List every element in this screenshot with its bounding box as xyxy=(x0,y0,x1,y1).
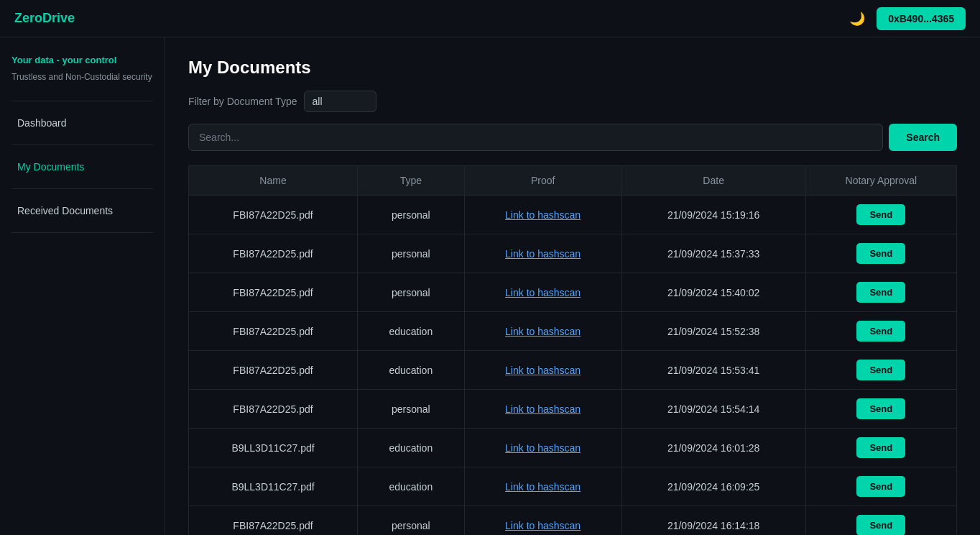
cell-name: FBI87A22D25.pdf xyxy=(189,390,358,429)
send-button[interactable]: Send xyxy=(856,515,905,535)
search-input[interactable] xyxy=(188,124,883,151)
cell-date: 21/09/2024 16:09:25 xyxy=(621,467,805,506)
hashscan-link[interactable]: Link to hashscan xyxy=(505,442,581,454)
document-type-filter[interactable]: all personal education xyxy=(304,91,376,112)
cell-date: 21/09/2024 15:40:02 xyxy=(621,273,805,312)
layout: Your data - your control Trustless and N… xyxy=(0,37,980,535)
table-header-row: Name Type Proof Date Notary Approval xyxy=(189,166,957,196)
table-row: FBI87A22D25.pdf education Link to hashsc… xyxy=(189,351,957,390)
cell-type: education xyxy=(358,312,465,351)
hashscan-link[interactable]: Link to hashscan xyxy=(505,209,581,221)
cell-type: personal xyxy=(358,506,465,536)
hashscan-link[interactable]: Link to hashscan xyxy=(505,287,581,298)
cell-date: 21/09/2024 16:14:18 xyxy=(621,506,805,536)
send-button[interactable]: Send xyxy=(856,398,905,419)
send-button[interactable]: Send xyxy=(856,476,905,497)
cell-type: personal xyxy=(358,273,465,312)
send-button[interactable]: Send xyxy=(856,282,905,303)
logo-zero: Zero xyxy=(14,11,42,25)
table-row: FBI87A22D25.pdf personal Link to hashsca… xyxy=(189,234,957,273)
table-row: B9LL3D11C27.pdf education Link to hashsc… xyxy=(189,429,957,467)
cell-type: education xyxy=(358,351,465,390)
cell-name: B9LL3D11C27.pdf xyxy=(189,467,358,506)
hashscan-link[interactable]: Link to hashscan xyxy=(505,326,581,337)
topnav: ZeroDrive 🌙 0xB490...4365 xyxy=(0,0,980,37)
cell-date: 21/09/2024 15:19:16 xyxy=(621,196,805,234)
sidebar-sub: Trustless and Non-Custodial security xyxy=(11,71,153,83)
hashscan-link[interactable]: Link to hashscan xyxy=(505,481,581,493)
cell-action[interactable]: Send xyxy=(805,467,956,506)
cell-name: FBI87A22D25.pdf xyxy=(189,351,358,390)
cell-date: 21/09/2024 16:01:28 xyxy=(621,429,805,467)
cell-name: B9LL3D11C27.pdf xyxy=(189,429,358,467)
cell-name: FBI87A22D25.pdf xyxy=(189,506,358,536)
cell-proof[interactable]: Link to hashscan xyxy=(464,467,621,506)
table-row: FBI87A22D25.pdf personal Link to hashsca… xyxy=(189,196,957,234)
logo-drive: Drive xyxy=(42,11,75,25)
logo: ZeroDrive xyxy=(14,11,75,26)
cell-proof[interactable]: Link to hashscan xyxy=(464,234,621,273)
cell-action[interactable]: Send xyxy=(805,196,956,234)
cell-name: FBI87A22D25.pdf xyxy=(189,312,358,351)
main-content: My Documents Filter by Document Type all… xyxy=(165,37,980,535)
documents-table: Name Type Proof Date Notary Approval FBI… xyxy=(188,165,957,535)
table-row: FBI87A22D25.pdf education Link to hashsc… xyxy=(189,312,957,351)
table-row: FBI87A22D25.pdf personal Link to hashsca… xyxy=(189,390,957,429)
cell-action[interactable]: Send xyxy=(805,429,956,467)
col-notary: Notary Approval xyxy=(805,166,956,196)
sidebar-item-my-documents[interactable]: My Documents xyxy=(11,154,153,180)
filter-row: Filter by Document Type all personal edu… xyxy=(188,91,957,112)
send-button[interactable]: Send xyxy=(856,243,905,264)
cell-type: personal xyxy=(358,390,465,429)
sidebar-item-dashboard[interactable]: Dashboard xyxy=(11,110,153,136)
cell-type: personal xyxy=(358,234,465,273)
cell-date: 21/09/2024 15:54:14 xyxy=(621,390,805,429)
cell-proof[interactable]: Link to hashscan xyxy=(464,429,621,467)
table-row: B9LL3D11C27.pdf education Link to hashsc… xyxy=(189,467,957,506)
cell-proof[interactable]: Link to hashscan xyxy=(464,312,621,351)
cell-name: FBI87A22D25.pdf xyxy=(189,234,358,273)
cell-proof[interactable]: Link to hashscan xyxy=(464,390,621,429)
search-button[interactable]: Search xyxy=(889,124,957,151)
page-title: My Documents xyxy=(188,58,957,78)
cell-action[interactable]: Send xyxy=(805,506,956,536)
cell-proof[interactable]: Link to hashscan xyxy=(464,506,621,536)
cell-type: education xyxy=(358,429,465,467)
nav-right: 🌙 0xB490...4365 xyxy=(849,7,966,30)
cell-action[interactable]: Send xyxy=(805,273,956,312)
col-proof: Proof xyxy=(464,166,621,196)
wallet-button[interactable]: 0xB490...4365 xyxy=(877,7,966,30)
sidebar-divider xyxy=(11,101,153,101)
cell-date: 21/09/2024 15:52:38 xyxy=(621,312,805,351)
cell-proof[interactable]: Link to hashscan xyxy=(464,273,621,312)
cell-type: personal xyxy=(358,196,465,234)
sidebar-divider-2 xyxy=(11,145,153,145)
col-type: Type xyxy=(358,166,465,196)
cell-proof[interactable]: Link to hashscan xyxy=(464,351,621,390)
cell-date: 21/09/2024 15:53:41 xyxy=(621,351,805,390)
cell-action[interactable]: Send xyxy=(805,351,956,390)
cell-proof[interactable]: Link to hashscan xyxy=(464,196,621,234)
sidebar-item-received-documents[interactable]: Received Documents xyxy=(11,198,153,224)
cell-action[interactable]: Send xyxy=(805,312,956,351)
dark-mode-toggle[interactable]: 🌙 xyxy=(849,11,865,27)
table-row: FBI87A22D25.pdf personal Link to hashsca… xyxy=(189,506,957,536)
table-row: FBI87A22D25.pdf personal Link to hashsca… xyxy=(189,273,957,312)
col-date: Date xyxy=(621,166,805,196)
send-button[interactable]: Send xyxy=(856,360,905,380)
search-row: Search xyxy=(188,124,957,151)
cell-action[interactable]: Send xyxy=(805,234,956,273)
hashscan-link[interactable]: Link to hashscan xyxy=(505,520,581,531)
send-button[interactable]: Send xyxy=(856,321,905,342)
send-button[interactable]: Send xyxy=(856,437,905,458)
send-button[interactable]: Send xyxy=(856,204,905,225)
sidebar: Your data - your control Trustless and N… xyxy=(0,37,165,535)
hashscan-link[interactable]: Link to hashscan xyxy=(505,403,581,415)
cell-type: education xyxy=(358,467,465,506)
sidebar-divider-4 xyxy=(11,232,153,233)
cell-date: 21/09/2024 15:37:33 xyxy=(621,234,805,273)
hashscan-link[interactable]: Link to hashscan xyxy=(505,365,581,376)
hashscan-link[interactable]: Link to hashscan xyxy=(505,248,581,260)
cell-action[interactable]: Send xyxy=(805,390,956,429)
col-name: Name xyxy=(189,166,358,196)
